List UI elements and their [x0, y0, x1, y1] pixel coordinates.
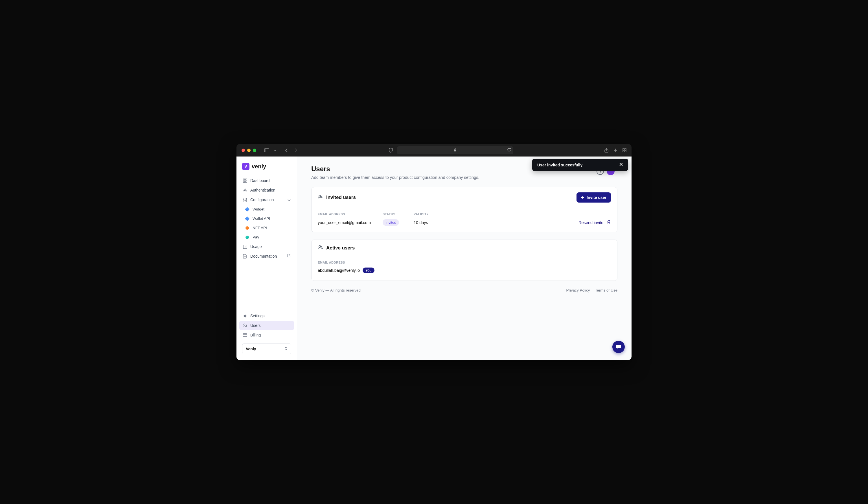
sidebar-item-label: Settings	[250, 314, 265, 318]
window-close-button[interactable]	[241, 149, 245, 152]
sidebar-item-wallet-api[interactable]: Wallet API	[241, 214, 297, 223]
chat-fab[interactable]	[612, 341, 625, 353]
invite-user-button[interactable]: Invite user	[577, 192, 611, 203]
svg-rect-0	[265, 149, 269, 152]
nav-primary: Dashboard Authentication Configuration	[237, 176, 297, 204]
svg-point-21	[319, 195, 321, 197]
window-minimize-button[interactable]	[247, 149, 250, 152]
sidebar-item-documentation[interactable]: Documentation	[239, 251, 294, 261]
nav-secondary: Usage Documentation	[237, 242, 297, 261]
user-add-icon	[318, 195, 323, 201]
invited-validity: 10 days	[414, 220, 462, 225]
org-switcher[interactable]: Venly	[242, 343, 291, 354]
sidebar-item-authentication[interactable]: Authentication	[239, 185, 294, 195]
svg-rect-2	[454, 150, 456, 151]
billing-icon	[243, 333, 247, 337]
svg-rect-19	[243, 334, 247, 336]
col-status: STATUS	[383, 212, 414, 216]
new-tab-icon[interactable]	[613, 148, 618, 152]
chevron-down-icon	[288, 198, 291, 202]
browser-window: V venly Dashboard Authentication	[237, 144, 631, 360]
active-col-email: EMAIL ADDRESS	[318, 261, 611, 264]
nft-api-icon	[245, 226, 249, 230]
you-badge: You	[363, 268, 374, 273]
sidebar-item-widget[interactable]: Widget	[241, 204, 297, 214]
sidebar-item-label: Usage	[250, 244, 261, 249]
users-icon	[318, 245, 323, 251]
share-icon[interactable]	[604, 148, 608, 153]
app-frame: V venly Dashboard Authentication	[237, 157, 631, 360]
invited-column-headers: EMAIL ADDRESS STATUS VALIDITY	[318, 212, 611, 216]
active-row: abdullah.baig@venly.io You	[318, 268, 611, 273]
wallet-api-icon	[245, 217, 249, 220]
tab-overview-icon[interactable]	[622, 148, 627, 152]
col-validity: VALIDITY	[414, 212, 462, 216]
sidebar-item-label: Wallet API	[252, 216, 270, 221]
lock-icon	[454, 148, 457, 153]
sidebar-item-billing[interactable]: Billing	[239, 330, 294, 340]
shield-icon[interactable]	[389, 148, 393, 153]
svg-rect-7	[625, 151, 626, 152]
logo-text: venly	[252, 163, 266, 170]
sidebar-item-label: Dashboard	[250, 178, 270, 183]
svg-point-18	[244, 324, 245, 325]
window-zoom-button[interactable]	[253, 149, 256, 152]
privacy-policy-link[interactable]: Privacy Policy	[566, 288, 590, 292]
traffic-lights	[241, 149, 256, 152]
svg-rect-11	[246, 181, 247, 182]
resend-invite-link[interactable]: Resend invite	[578, 220, 603, 225]
copyright: © Venly — All rights reserved	[311, 288, 361, 292]
logo-badge: V	[242, 163, 249, 170]
org-name: Venly	[246, 347, 256, 351]
svg-rect-10	[243, 181, 245, 182]
reload-icon[interactable]	[507, 148, 511, 153]
sidebar-item-nft-api[interactable]: NFT API	[241, 223, 297, 232]
chart-icon	[243, 245, 247, 249]
url-bar[interactable]	[397, 147, 514, 154]
page-footer: © Venly — All rights reserved Privacy Po…	[311, 288, 618, 292]
active-users-card: Active users EMAIL ADDRESS abdullah.baig…	[311, 240, 618, 281]
sidebar-item-dashboard[interactable]: Dashboard	[239, 176, 294, 185]
svg-rect-4	[623, 149, 624, 150]
col-email: EMAIL ADDRESS	[318, 212, 383, 216]
dropdown-chevron-icon[interactable]	[274, 150, 277, 151]
button-label: Invite user	[587, 195, 607, 200]
svg-point-17	[244, 315, 246, 317]
sidebar-item-label: Documentation	[250, 254, 277, 259]
sidebar-item-pay[interactable]: Pay	[241, 232, 297, 242]
sliders-icon	[243, 198, 247, 202]
sidebar: V venly Dashboard Authentication	[237, 157, 297, 360]
logo[interactable]: V venly	[237, 160, 297, 176]
page-subtitle: Add team members to give them access to …	[311, 175, 618, 180]
sidebar-item-label: Widget	[252, 207, 265, 211]
toast-message: User invited succesfully	[537, 163, 582, 167]
delete-invite-button[interactable]	[607, 220, 611, 225]
sidebar-item-users[interactable]: Users	[239, 321, 294, 330]
sidebar-item-label: NFT API	[252, 226, 267, 230]
sidebar-item-label: Pay	[252, 235, 259, 239]
svg-point-13	[243, 199, 244, 200]
toast-close-button[interactable]	[619, 162, 623, 167]
sidebar-item-usage[interactable]: Usage	[239, 242, 294, 251]
widget-icon	[245, 208, 249, 211]
document-icon	[243, 254, 247, 259]
pay-icon	[245, 235, 249, 239]
sidebar-item-settings[interactable]: Settings	[239, 311, 294, 321]
sidebar-bottom: Settings Users Billing	[237, 311, 297, 356]
sidebar-item-label: Configuration	[250, 198, 274, 202]
svg-point-15	[246, 198, 247, 199]
nav-back-button[interactable]	[285, 148, 288, 153]
nav-configuration-children: Widget Wallet API NFT API Pay	[237, 204, 297, 242]
svg-rect-8	[243, 179, 245, 180]
browser-title-bar	[237, 144, 631, 157]
settings-icon	[243, 314, 247, 318]
sidebar-item-label: Billing	[250, 333, 261, 337]
sidebar-item-configuration[interactable]: Configuration	[239, 195, 294, 204]
status-badge: Invited	[383, 219, 399, 226]
nav-forward-button[interactable]	[294, 148, 297, 153]
section-title: Active users	[326, 245, 355, 251]
sidebar-toggle-icon[interactable]	[264, 148, 269, 152]
terms-link[interactable]: Terms of Use	[595, 288, 618, 292]
dashboard-icon	[243, 179, 247, 183]
section-title: Invited users	[326, 195, 356, 200]
